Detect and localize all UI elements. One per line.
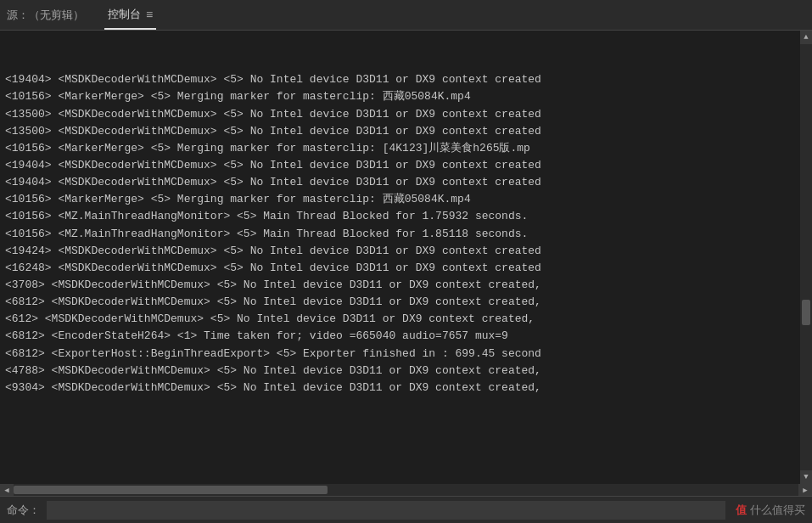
watermark: 值 什么值得买	[736, 503, 805, 518]
scroll-track-vertical[interactable]	[800, 44, 812, 470]
log-line: <4788> <MSDKDecoderWithMCDemux> <5> No I…	[5, 363, 807, 380]
scroll-left-arrow[interactable]: ◀	[0, 484, 14, 496]
watermark-symbol: 值	[736, 503, 747, 516]
scroll-right-arrow[interactable]: ▶	[798, 484, 812, 496]
log-line: <6812> <EncoderStateH264> <1> Time taken…	[5, 328, 807, 345]
top-bar: 源：（无剪辑） 控制台 ≡	[0, 0, 812, 31]
log-line: <19404> <MSDKDecoderWithMCDemux> <5> No …	[5, 157, 807, 174]
watermark-text: 什么值得买	[750, 503, 805, 516]
command-input[interactable]	[47, 501, 725, 520]
horizontal-scrollbar[interactable]: ◀ ▶	[0, 484, 812, 496]
source-label: 源：（无剪辑）	[7, 8, 104, 23]
scroll-thumb-vertical[interactable]	[802, 300, 810, 325]
log-line: <19424> <MSDKDecoderWithMCDemux> <5> No …	[5, 243, 807, 260]
log-line: <10156> <MarkerMerge> <5> Merging marker…	[5, 140, 807, 157]
scroll-track-horizontal[interactable]	[14, 484, 798, 496]
menu-icon[interactable]: ≡	[146, 8, 153, 21]
log-line: <6812> <ExporterHost::BeginThreadExport>…	[5, 346, 807, 363]
vertical-scrollbar[interactable]: ▲ ▼	[800, 31, 812, 484]
tab-bar: 控制台 ≡	[104, 0, 156, 30]
log-line: <612> <MSDKDecoderWithMCDemux> <5> No In…	[5, 311, 807, 328]
scroll-up-arrow[interactable]: ▲	[800, 31, 812, 44]
console-area: <19404> <MSDKDecoderWithMCDemux> <5> No …	[0, 31, 812, 484]
log-line: <10156> <MZ.MainThreadHangMonitor> <5> M…	[5, 226, 807, 243]
log-line: <3708> <MSDKDecoderWithMCDemux> <5> No I…	[5, 277, 807, 294]
console-output[interactable]: <19404> <MSDKDecoderWithMCDemux> <5> No …	[0, 31, 812, 484]
log-line: <10156> <MZ.MainThreadHangMonitor> <5> M…	[5, 208, 807, 225]
scroll-thumb-horizontal[interactable]	[14, 486, 328, 494]
log-line: <10156> <MarkerMerge> <5> Merging marker…	[5, 88, 807, 105]
log-line: <19404> <MSDKDecoderWithMCDemux> <5> No …	[5, 174, 807, 191]
scroll-down-arrow[interactable]: ▼	[800, 470, 812, 484]
command-label: 命令：	[7, 503, 40, 518]
log-line: <16248> <MSDKDecoderWithMCDemux> <5> No …	[5, 260, 807, 277]
log-line: <10156> <MarkerMerge> <5> Merging marker…	[5, 191, 807, 208]
tab-console[interactable]: 控制台 ≡	[104, 0, 156, 30]
log-line: <13500> <MSDKDecoderWithMCDemux> <5> No …	[5, 123, 807, 140]
tab-console-label: 控制台	[108, 7, 141, 22]
log-line: <6812> <MSDKDecoderWithMCDemux> <5> No I…	[5, 294, 807, 311]
log-line: <19404> <MSDKDecoderWithMCDemux> <5> No …	[5, 71, 807, 88]
log-line: <13500> <MSDKDecoderWithMCDemux> <5> No …	[5, 106, 807, 123]
command-bar: 命令： 值 什么值得买	[0, 496, 812, 523]
log-line: <9304> <MSDKDecoderWithMCDemux> <5> No I…	[5, 380, 807, 396]
